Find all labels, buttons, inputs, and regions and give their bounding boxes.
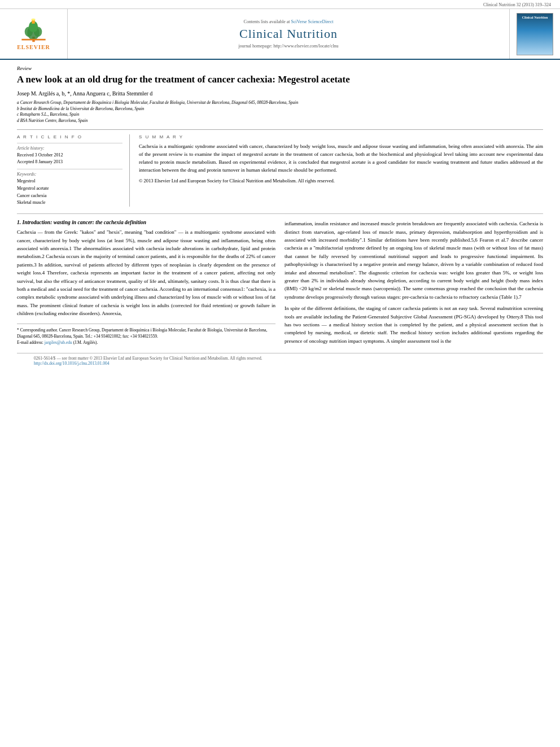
keywords-list: Megestrol Megestrol acetate Cancer cache… [17,178,123,207]
journal-reference: Clinical Nutrition 32 (2013) 319–324 [0,0,560,9]
authors-line: Josep M. Argilés a, b, *, Anna Anguera c… [17,90,543,97]
journal-cover-box: Clinical Nutrition [517,13,553,55]
article-history-label: Article history: [17,146,123,151]
email-footnote: E-mail address: jargiles@ub.edu (J.M. Ar… [17,339,275,346]
article-type: Review [17,65,543,71]
elsevier-tree-icon [18,18,49,43]
received-date: Received 3 October 2012 Accepted 8 Janua… [17,152,123,165]
keywords-label: Keywords: [17,172,123,177]
section1-right-paragraph-2: In spite of the different definitions, t… [285,304,543,345]
summary-column: S U M M A R Y Cachexia is a multiorganic… [139,134,543,207]
elsevier-logo-area: ELSEVIER [0,9,68,59]
summary-text: Cachexia is a multiorganic syndrome asso… [139,143,543,174]
footnote-area: * Corresponding author. Cancer Research … [17,324,275,346]
summary-label: S U M M A R Y [139,134,543,139]
body-right-column: inflammation, insulin resistance and inc… [285,220,543,348]
corresponding-author-note: * Corresponding author. Cancer Research … [17,327,275,340]
affiliations: a Cancer Research Group, Departament de … [17,100,543,124]
section-divider [17,213,543,214]
affiliation-a: a Cancer Research Group, Departament de … [17,100,543,106]
affiliation-c: c Rottapharm S.L., Barcelona, Spain [17,112,543,118]
section1-paragraph-1: Cachexia — from the Greek: "kakos" and "… [17,228,275,317]
body-columns: 1. Introduction: wasting in cancer: the … [17,220,543,348]
doi-link[interactable]: http://dx.doi.org/10.1016/j.clnu.2013.01… [34,361,109,366]
journal-header: ELSEVIER Contents lists available at Sci… [0,9,560,60]
journal-center: Contents lists available at SciVerse Sci… [68,9,509,59]
article-history-block: Article history: Received 3 October 2012… [17,143,123,165]
journal-cover-area: Clinical Nutrition [509,9,560,59]
svg-rect-5 [21,39,45,41]
article-info-column: A R T I C L E I N F O Article history: R… [17,134,130,207]
bottom-bar: 0261-5614/$ — see front matter © 2013 El… [17,353,543,368]
sciverse-line: Contents lists available at SciVerse Sci… [244,19,334,24]
journal-title: Clinical Nutrition [239,27,338,41]
keywords-block: Keywords: Megestrol Megestrol acetate Ca… [17,169,123,207]
authors-text: Josep M. Argilés a, b, *, Anna Anguera c… [17,90,152,97]
body-left-column: 1. Introduction: wasting in cancer: the … [17,220,275,348]
article-content: Review A new look at an old drug for the… [0,60,560,374]
journal-cover-title: Clinical Nutrition [522,16,548,20]
elsevier-brand-text: ELSEVIER [17,44,50,50]
journal-homepage: journal homepage: http://www.elsevier.co… [238,43,338,49]
elsevier-logo: ELSEVIER [17,18,50,50]
article-info-label: A R T I C L E I N F O [17,134,123,139]
section1-right-paragraph-1: inflammation, insulin resistance and inc… [285,220,543,301]
sciverse-link[interactable]: SciVerse ScienceDirect [291,19,334,24]
affiliation-d: d BSA Nutrition Centre, Barcelona, Spain [17,118,543,124]
affiliation-b: b Institut de Biomedicina de la Universi… [17,106,543,112]
svg-point-7 [31,19,35,21]
section1-heading: 1. Introduction: wasting in cancer: the … [17,220,275,225]
copyright-line: © 2013 Elsevier Ltd and European Society… [139,178,543,184]
issn-line: 0261-5614/$ — see front matter © 2013 El… [34,356,526,361]
info-summary-row: A R T I C L E I N F O Article history: R… [17,129,543,207]
email-link[interactable]: jargiles@ub.edu [45,340,73,345]
article-title: A new look at an old drug for the treatm… [17,73,543,86]
